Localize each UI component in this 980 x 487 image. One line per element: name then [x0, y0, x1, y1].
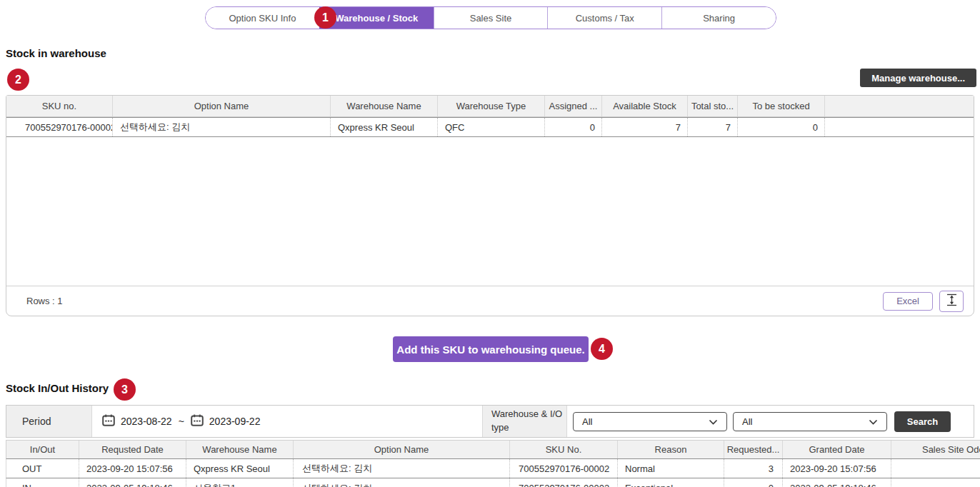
warehouse-select-value: All	[582, 416, 592, 427]
add-sku-to-queue-button[interactable]: Add this SKU to warehousing queue.	[393, 336, 589, 362]
tab-sharing[interactable]: Sharing	[661, 7, 776, 29]
column-header-assigned: Assigned ...	[545, 96, 602, 116]
cell-warehouse-type: QFC	[438, 118, 545, 136]
cell-granted-date: 2023-09-20 15:07:56	[783, 459, 891, 478]
cell-assigned: 0	[545, 118, 602, 136]
warehouse-stock-page: Option SKU Info Warehouse / Stock Sales …	[0, 0, 980, 487]
column-header-sku-no: SKU No.	[510, 441, 618, 458]
column-header-filler	[825, 96, 974, 116]
warehouse-select[interactable]: All	[573, 412, 727, 431]
history-table-header-row: In/Out Requsted Date Warehouse Name Opti…	[6, 440, 980, 459]
cell-to-be-stocked: 0	[738, 118, 825, 136]
cell-total-stock: 7	[688, 118, 738, 136]
io-type-select[interactable]: All	[733, 412, 887, 431]
cell-warehouse-name: Qxpress KR Seoul	[331, 118, 438, 136]
rows-count-label: Rows : 1	[26, 296, 63, 306]
io-type-select-value: All	[742, 416, 752, 427]
cell-reason: Exceptional	[618, 478, 724, 487]
cell-option-name: 선택하세요: 김치	[294, 459, 510, 478]
annotation-step-1-badge: 1	[314, 6, 336, 29]
column-header-to-be-stocked: To be stocked	[738, 96, 825, 116]
tab-customs-tax[interactable]: Customs / Tax	[547, 7, 661, 29]
column-header-warehouse-name: Warehouse Name	[331, 96, 438, 116]
history-section-title: Stock In/Out History	[6, 382, 109, 394]
stock-table-empty-area	[6, 137, 974, 286]
cell-in-out: IN	[6, 478, 79, 487]
history-filter-bar: Period 2023-08-22 ~	[6, 405, 974, 438]
cell-sku-no: 700552970176-00002	[510, 478, 618, 487]
column-header-option-name: Option Name	[294, 441, 510, 458]
cell-in-out: OUT	[6, 459, 79, 478]
filter-controls: All All Search	[567, 406, 974, 437]
column-header-warehouse-type: Warehouse Type	[438, 96, 545, 116]
column-header-warehouse-name: Warehouse Name	[186, 441, 294, 458]
cell-requested-date: 2023-09-20 15:07:56	[79, 459, 186, 478]
period-date-range: 2023-08-22 ~ 2023-09-22	[92, 406, 482, 437]
row-height-icon	[946, 293, 957, 308]
cell-warehouse-name: 서울창고1	[186, 478, 294, 487]
stock-section-title: Stock in warehouse	[6, 47, 106, 59]
period-label: Period	[6, 406, 92, 437]
tab-bar: Option SKU Info Warehouse / Stock Sales …	[205, 6, 776, 29]
annotation-step-3-badge: 3	[114, 378, 136, 401]
cell-sales-site-order-no	[891, 459, 980, 478]
cell-sku-no: 700552970176-00002	[6, 118, 113, 136]
column-header-granted-date: Granted Date	[783, 441, 891, 458]
chevron-down-icon	[869, 416, 878, 427]
calendar-icon[interactable]	[191, 414, 204, 428]
search-button[interactable]: Search	[894, 411, 951, 432]
annotation-step-2-badge: 2	[7, 69, 29, 91]
history-table-row[interactable]: IN 2023-09-05 19:18:46 서울창고1 선택하세요: 김치 7…	[6, 478, 980, 487]
cell-reason: Normal	[618, 459, 724, 478]
column-header-requested-qty: Requested...	[724, 441, 783, 458]
date-from-value[interactable]: 2023-08-22	[121, 416, 172, 427]
history-table-row[interactable]: OUT 2023-09-20 15:07:56 Qxpress KR Seoul…	[6, 458, 980, 478]
column-header-requested-date: Requsted Date	[79, 441, 186, 458]
column-header-sales-site-order-no: Sales Site Oder N	[891, 441, 980, 458]
cell-option-name: 선택하세요: 김치	[294, 478, 510, 487]
cell-filler	[825, 118, 974, 136]
cell-requested-qty: 0	[724, 478, 783, 487]
chevron-down-icon	[709, 416, 718, 427]
column-header-available-stock: Available Stock	[602, 96, 688, 116]
excel-export-button[interactable]: Excel	[883, 292, 933, 311]
column-header-sku-no: SKU no.	[6, 96, 113, 116]
column-header-in-out: In/Out	[6, 441, 79, 458]
stock-table-header-row: SKU no. Option Name Warehouse Name Wareh…	[6, 96, 974, 117]
cell-granted-date: 2023-09-05 19:18:46	[783, 478, 891, 487]
date-to-value[interactable]: 2023-09-22	[209, 416, 261, 427]
date-to-field[interactable]: 2023-09-22	[191, 414, 261, 428]
cell-warehouse-name: Qxpress KR Seoul	[186, 459, 294, 478]
manage-warehouse-button[interactable]: Manage warehouse...	[860, 69, 976, 87]
cell-requested-qty: 3	[724, 459, 783, 478]
column-header-option-name: Option Name	[113, 96, 331, 116]
history-table: In/Out Requsted Date Warehouse Name Opti…	[6, 440, 980, 487]
stock-table: SKU no. Option Name Warehouse Name Wareh…	[6, 95, 974, 316]
date-from-field[interactable]: 2023-08-22	[102, 414, 172, 428]
row-height-button[interactable]	[939, 291, 964, 312]
date-range-separator: ~	[179, 416, 184, 427]
cell-available-stock: 7	[602, 118, 688, 136]
calendar-icon[interactable]	[102, 414, 115, 428]
warehouse-io-type-label: Warehouse & I/O type	[482, 406, 567, 437]
cell-sales-site-order-no	[891, 478, 980, 487]
column-header-reason: Reason	[618, 441, 724, 458]
tab-sales-site[interactable]: Sales Site	[434, 7, 548, 29]
tab-option-sku-info[interactable]: Option SKU Info	[206, 7, 319, 29]
stock-table-footer: Rows : 1 Excel	[6, 286, 974, 316]
cell-requested-date: 2023-09-05 19:18:46	[79, 478, 186, 487]
cell-option-name: 선택하세요: 김치	[113, 118, 331, 136]
annotation-step-4-badge: 4	[591, 338, 613, 360]
cell-sku-no: 700552970176-00002	[510, 459, 618, 478]
stock-table-row[interactable]: 700552970176-00002 선택하세요: 김치 Qxpress KR …	[6, 117, 974, 137]
column-header-total-stock: Total sto...	[688, 96, 738, 116]
